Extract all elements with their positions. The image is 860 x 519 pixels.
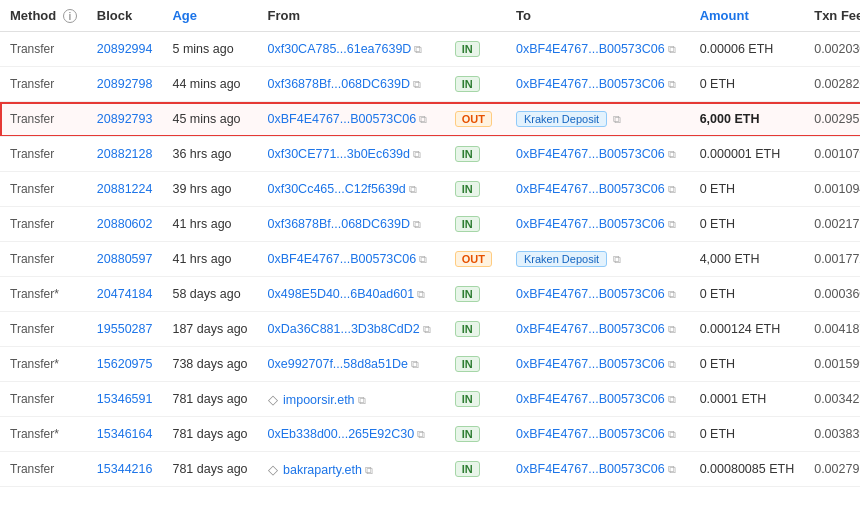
copy-from-icon[interactable]: ⧉	[358, 394, 370, 406]
block-link[interactable]: 19550287	[97, 322, 153, 336]
amount-cell: 0 ETH	[690, 172, 805, 207]
block-cell[interactable]: 20882128	[87, 137, 163, 172]
block-link[interactable]: 20892798	[97, 77, 153, 91]
block-cell[interactable]: 20880597	[87, 242, 163, 277]
copy-from-icon[interactable]: ⧉	[409, 183, 421, 195]
amount-cell: 0.000124 ETH	[690, 312, 805, 347]
block-link[interactable]: 15620975	[97, 357, 153, 371]
copy-to-icon[interactable]: ⧉	[668, 43, 680, 55]
block-cell[interactable]: 20474184	[87, 277, 163, 312]
copy-to-icon[interactable]: ⧉	[613, 113, 625, 125]
copy-from-icon[interactable]: ⧉	[411, 358, 423, 370]
from-ens-link[interactable]: bakraparty.eth	[283, 463, 362, 477]
block-cell[interactable]: 20892793	[87, 102, 163, 137]
from-address-link[interactable]: 0xBF4E4767...B00573C06	[268, 112, 417, 126]
block-link[interactable]: 20880597	[97, 252, 153, 266]
copy-to-icon[interactable]: ⧉	[668, 148, 680, 160]
table-row: Transfer2089279345 mins ago0xBF4E4767...…	[0, 102, 860, 137]
to-cell: 0xBF4E4767...B00573C06⧉	[506, 347, 690, 382]
to-address-link[interactable]: 0xBF4E4767...B00573C06	[516, 427, 665, 441]
copy-from-icon[interactable]: ⧉	[365, 464, 377, 476]
copy-to-icon[interactable]: ⧉	[668, 428, 680, 440]
copy-from-icon[interactable]: ⧉	[419, 253, 431, 265]
method-cell: Transfer	[0, 312, 87, 347]
from-address-link[interactable]: 0xf30CE771...3b0Ec639d	[268, 147, 410, 161]
direction-cell: IN	[445, 137, 506, 172]
method-cell: Transfer*	[0, 277, 87, 312]
to-address-link[interactable]: 0xBF4E4767...B00573C06	[516, 42, 665, 56]
amount-cell: 4,000 ETH	[690, 242, 805, 277]
out-badge: OUT	[455, 251, 492, 267]
method-cell: Transfer	[0, 32, 87, 67]
copy-to-icon[interactable]: ⧉	[668, 218, 680, 230]
to-cell: 0xBF4E4767...B00573C06⧉	[506, 32, 690, 67]
copy-to-icon[interactable]: ⧉	[668, 323, 680, 335]
from-address-link[interactable]: 0x498E5D40...6B40ad601	[268, 287, 415, 301]
from-ens-link[interactable]: impoorsir.eth	[283, 393, 355, 407]
block-cell[interactable]: 19550287	[87, 312, 163, 347]
copy-to-icon[interactable]: ⧉	[668, 463, 680, 475]
copy-from-icon[interactable]: ⧉	[413, 148, 425, 160]
block-link[interactable]: 15346591	[97, 392, 153, 406]
copy-to-icon[interactable]: ⧉	[668, 183, 680, 195]
block-link[interactable]: 20882128	[97, 147, 153, 161]
direction-cell: IN	[445, 277, 506, 312]
block-cell[interactable]: 20892994	[87, 32, 163, 67]
from-address-link[interactable]: 0xe992707f...58d8a51De	[268, 357, 408, 371]
to-cell: 0xBF4E4767...B00573C06⧉	[506, 452, 690, 487]
amount-cell: 0 ETH	[690, 347, 805, 382]
block-link[interactable]: 20474184	[97, 287, 153, 301]
from-address-link[interactable]: 0xf36878Bf...068DC639D	[268, 217, 410, 231]
block-cell[interactable]: 15346591	[87, 382, 163, 417]
block-cell[interactable]: 20881224	[87, 172, 163, 207]
block-link[interactable]: 20892994	[97, 42, 153, 56]
copy-to-icon[interactable]: ⧉	[668, 288, 680, 300]
to-address-link[interactable]: 0xBF4E4767...B00573C06	[516, 322, 665, 336]
copy-to-icon[interactable]: ⧉	[668, 358, 680, 370]
from-address-link[interactable]: 0xDa36C881...3D3b8CdD2	[268, 322, 420, 336]
from-address-link[interactable]: 0xEb338d00...265E92C30	[268, 427, 415, 441]
to-address-link[interactable]: 0xBF4E4767...B00573C06	[516, 392, 665, 406]
copy-to-icon[interactable]: ⧉	[668, 393, 680, 405]
block-cell[interactable]: 15620975	[87, 347, 163, 382]
copy-to-icon[interactable]: ⧉	[668, 78, 680, 90]
to-address-link[interactable]: 0xBF4E4767...B00573C06	[516, 77, 665, 91]
from-cell: 0xDa36C881...3D3b8CdD2⧉	[258, 312, 445, 347]
to-address-link[interactable]: 0xBF4E4767...B00573C06	[516, 182, 665, 196]
block-link[interactable]: 20881224	[97, 182, 153, 196]
to-address-link[interactable]: 0xBF4E4767...B00573C06	[516, 217, 665, 231]
block-cell[interactable]: 20880602	[87, 207, 163, 242]
block-cell[interactable]: 15344216	[87, 452, 163, 487]
table-row: Transfer19550287187 days ago0xDa36C881..…	[0, 312, 860, 347]
block-link[interactable]: 15344216	[97, 462, 153, 476]
block-link[interactable]: 20892793	[97, 112, 153, 126]
to-address-link[interactable]: 0xBF4E4767...B00573C06	[516, 147, 665, 161]
copy-from-icon[interactable]: ⧉	[413, 218, 425, 230]
copy-from-icon[interactable]: ⧉	[417, 288, 429, 300]
copy-from-icon[interactable]: ⧉	[419, 113, 431, 125]
from-address-link[interactable]: 0xf30CA785...61ea7639D	[268, 42, 412, 56]
to-address-link[interactable]: 0xBF4E4767...B00573C06	[516, 287, 665, 301]
block-cell[interactable]: 20892798	[87, 67, 163, 102]
table-row: Transfer2088059741 hrs ago0xBF4E4767...B…	[0, 242, 860, 277]
copy-from-icon[interactable]: ⧉	[414, 43, 426, 55]
method-info-icon[interactable]: i	[63, 9, 77, 23]
to-address-link[interactable]: 0xBF4E4767...B00573C06	[516, 462, 665, 476]
copy-to-icon[interactable]: ⧉	[613, 253, 625, 265]
in-badge: IN	[455, 461, 480, 477]
from-address-link[interactable]: 0xf30Cc465...C12f5639d	[268, 182, 406, 196]
fee-cell: 0.0034254	[804, 382, 860, 417]
block-link[interactable]: 20880602	[97, 217, 153, 231]
copy-from-icon[interactable]: ⧉	[413, 78, 425, 90]
method-cell: Transfer*	[0, 417, 87, 452]
to-address-link[interactable]: 0xBF4E4767...B00573C06	[516, 357, 665, 371]
copy-from-icon[interactable]: ⧉	[417, 428, 429, 440]
table-row: Transfer2088060241 hrs ago0xf36878Bf...0…	[0, 207, 860, 242]
block-link[interactable]: 15346164	[97, 427, 153, 441]
age-cell: 5 mins ago	[162, 32, 257, 67]
from-address-link[interactable]: 0xf36878Bf...068DC639D	[268, 77, 410, 91]
age-cell: 41 hrs ago	[162, 207, 257, 242]
block-cell[interactable]: 15346164	[87, 417, 163, 452]
copy-from-icon[interactable]: ⧉	[423, 323, 435, 335]
from-address-link[interactable]: 0xBF4E4767...B00573C06	[268, 252, 417, 266]
